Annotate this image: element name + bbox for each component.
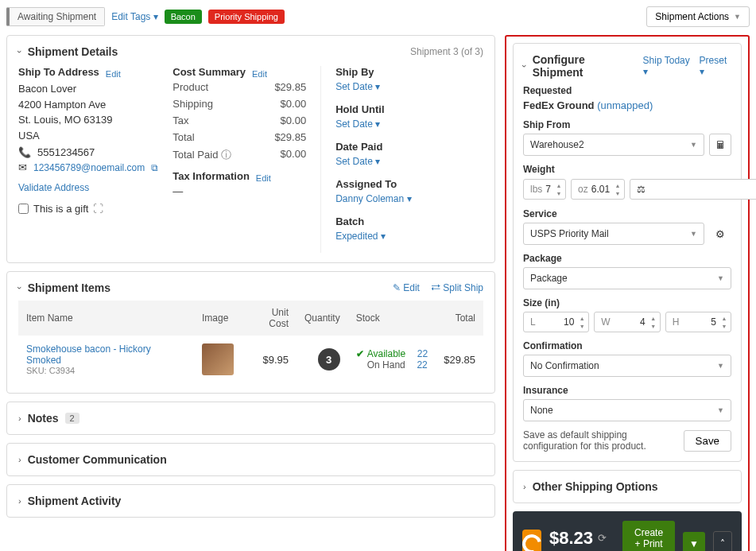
cost-summary-label: Cost Summary (173, 66, 246, 78)
chevron-down-icon[interactable]: › (15, 50, 25, 53)
copy-email-icon[interactable]: ⧉ (151, 162, 158, 173)
weight-oz-input[interactable]: oz6.01▲▼ (571, 179, 625, 200)
chevron-down-icon[interactable]: › (520, 64, 529, 68)
gear-icon[interactable]: ⚙ (709, 223, 731, 245)
item-cost: $9.95 (242, 336, 297, 383)
datepaid-date-button[interactable]: Set Date ▾ (335, 156, 380, 167)
item-name-link[interactable]: Smokehouse bacon - Hickory Smoked (26, 343, 186, 366)
insurance-select[interactable]: None▼ (523, 399, 731, 421)
chevron-down-icon: ▼ (734, 13, 741, 21)
edit-tax-button[interactable]: Edit (256, 173, 271, 183)
check-icon: ✔ (356, 348, 364, 359)
rate-price: $8.23 (549, 528, 593, 549)
shipto-street: 4200 Hampton Ave (18, 97, 158, 113)
size-width-input[interactable]: W4▲▼ (594, 312, 660, 332)
shipto-name: Bacon Lover (18, 81, 158, 97)
requested-carrier: FedEx Ground (523, 99, 595, 111)
chevron-right-icon: › (18, 413, 21, 423)
chevron-down-icon[interactable]: › (15, 286, 25, 289)
tag-priority-shipping[interactable]: Priority Shipping (208, 10, 285, 24)
chevron-right-icon: › (18, 496, 21, 506)
size-height-input[interactable]: H5▲▼ (665, 312, 731, 332)
holduntil-date-button[interactable]: Set Date ▾ (335, 118, 380, 130)
other-shipping-options-panel[interactable]: › Other Shipping Options (513, 470, 742, 503)
shipto-email[interactable]: 123456789@noemail.com (33, 162, 145, 173)
shipto-phone: 5551234567 (37, 146, 95, 158)
shipto-city: St. Louis, MO 63139 (18, 112, 158, 128)
calculator-icon[interactable]: 🖩 (709, 134, 731, 156)
scale-icon: ⚖ (637, 184, 646, 195)
ship-today-button[interactable]: Ship Today ▾ (643, 55, 693, 77)
collapse-rate-button[interactable]: ˄ (713, 531, 732, 551)
split-icon: ⮂ (431, 282, 440, 293)
item-qty-badge: 3 (318, 348, 340, 371)
shipment-details-card: › Shipment Details Shipment 3 (of 3) Shi… (6, 35, 495, 263)
assigned-to-button[interactable]: Danny Coleman ▾ (335, 193, 411, 204)
item-sku: SKU: C3934 (26, 366, 186, 375)
shipby-date-button[interactable]: Set Date ▾ (335, 81, 380, 92)
shipment-activity-card[interactable]: › Shipment Activity (6, 484, 495, 518)
shipment-items-card: › Shipment Items ✎ Edit ⮂ Split Ship Ite… (6, 271, 495, 394)
info-icon[interactable]: ⓘ (221, 149, 231, 161)
shipfrom-select[interactable]: Warehouse2▼ (523, 134, 704, 156)
gift-icon: ⛶ (93, 203, 103, 215)
batch-button[interactable]: Expedited ▾ (335, 231, 386, 242)
service-select[interactable]: USPS Priority Mail▼ (523, 223, 704, 245)
rate-panel: $8.23 ⟳ Cost Review Create + Print Label… (513, 511, 742, 551)
phone-icon: 📞 (18, 146, 31, 158)
shipto-country: USA (18, 128, 158, 144)
edit-items-button[interactable]: ✎ Edit (393, 282, 420, 293)
size-length-input[interactable]: L10▲▼ (523, 312, 589, 332)
section-title: Shipment Details (28, 45, 118, 58)
edit-tags-button[interactable]: Edit Tags ▾ (111, 11, 157, 22)
shipment-actions-button[interactable]: Shipment Actions▼ (646, 6, 750, 27)
chevron-right-icon: › (18, 455, 21, 464)
weight-lbs-input[interactable]: lbs7▲▼ (523, 179, 566, 200)
tax-info-label: Tax Information (173, 170, 250, 182)
label-dropdown-button[interactable]: ▼ (683, 532, 705, 551)
confirmation-select[interactable]: No Confirmation▼ (523, 355, 731, 377)
item-thumbnail (202, 343, 234, 375)
tax-info-value: — (173, 185, 306, 197)
gift-label: This is a gift (33, 203, 88, 215)
carrier-logo (522, 530, 541, 551)
refresh-icon[interactable]: ⟳ (598, 532, 607, 544)
configure-shipment-panel: › Configure Shipment Ship Today ▾ Preset… (513, 43, 742, 462)
gift-checkbox[interactable] (18, 204, 29, 214)
edit-cost-button[interactable]: Edit (252, 69, 267, 79)
table-row: Smokehouse bacon - Hickory Smoked SKU: C… (18, 336, 483, 383)
notes-card[interactable]: › Notes 2 (6, 402, 495, 435)
tag-bacon[interactable]: Bacon (165, 10, 202, 24)
create-print-label-button[interactable]: Create + Print Label (622, 521, 675, 551)
notes-count-badge: 2 (65, 413, 79, 424)
item-total: $29.85 (436, 336, 483, 383)
split-ship-button[interactable]: ⮂ Split Ship (431, 282, 483, 293)
save-button[interactable]: Save (684, 430, 731, 452)
customer-communication-card[interactable]: › Customer Communication (6, 443, 495, 476)
edit-address-button[interactable]: Edit (106, 69, 121, 79)
shipment-counter: Shipment 3 (of 3) (410, 46, 483, 57)
save-default-label: Save as default shipping configuration f… (523, 429, 676, 452)
status-badge: Awaiting Shipment (6, 7, 105, 26)
preset-button[interactable]: Preset ▾ (700, 55, 731, 77)
validate-address-button[interactable]: Validate Address (18, 182, 89, 193)
package-select[interactable]: Package▼ (523, 267, 731, 289)
shipto-label: Ship To Address (18, 66, 99, 78)
right-highlight-box: › Configure Shipment Ship Today ▾ Preset… (505, 35, 750, 551)
chevron-right-icon: › (523, 482, 526, 491)
items-table: Item Name Image Unit Cost Quantity Stock… (18, 301, 483, 383)
pencil-icon: ✎ (393, 282, 401, 293)
email-icon: ✉ (18, 161, 27, 173)
scale-button[interactable]: ⚖Scale (630, 179, 756, 200)
unmapped-label[interactable]: (unmapped) (597, 99, 653, 111)
